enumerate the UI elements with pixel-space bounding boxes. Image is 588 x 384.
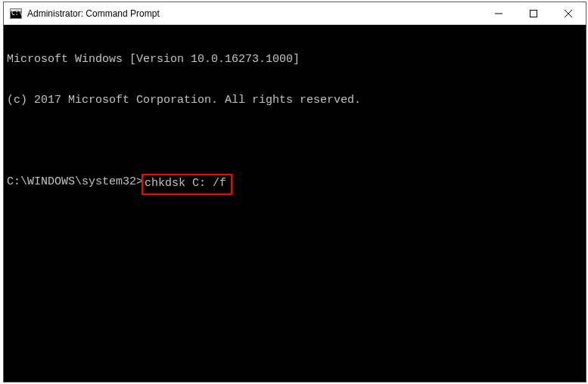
close-button[interactable] — [551, 2, 586, 24]
maximize-button[interactable] — [516, 2, 551, 24]
window-controls — [481, 2, 586, 24]
command-prompt-window: C:\ Administrator: Command Prompt Micros… — [3, 2, 586, 382]
terminal-blank-line — [7, 135, 583, 148]
minimize-button[interactable] — [481, 2, 516, 24]
terminal-command: chkdsk C: /f — [145, 177, 226, 190]
svg-rect-1 — [530, 10, 537, 17]
titlebar[interactable]: C:\ Administrator: Command Prompt — [4, 2, 586, 25]
terminal-output-line: Microsoft Windows [Version 10.0.16273.10… — [7, 53, 583, 67]
terminal-area[interactable]: Microsoft Windows [Version 10.0.16273.10… — [4, 25, 586, 382]
terminal-output-line: (c) 2017 Microsoft Corporation. All righ… — [7, 94, 583, 107]
cmd-icon: C:\ — [10, 8, 22, 19]
command-highlight-box: chkdsk C: /f — [142, 174, 232, 195]
terminal-prompt: C:\WINDOWS\system32> — [7, 175, 143, 189]
terminal-prompt-line: C:\WINDOWS\system32>chkdsk C: /f — [7, 175, 583, 189]
window-title: Administrator: Command Prompt — [27, 8, 481, 19]
